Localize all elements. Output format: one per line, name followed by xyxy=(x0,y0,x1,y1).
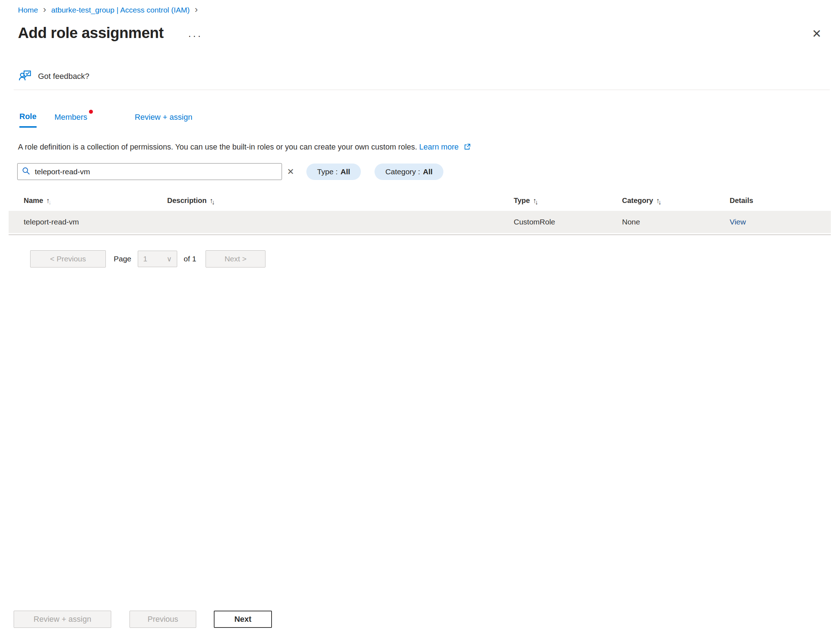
role-description-text: A role definition is a collection of per… xyxy=(18,143,471,152)
view-details-link[interactable]: View xyxy=(730,218,746,226)
chevron-down-icon: ∨ xyxy=(166,255,172,263)
sort-descending-icon: ↓ xyxy=(658,199,662,206)
previous-page-button[interactable]: < Previous xyxy=(30,250,106,268)
role-category-cell: None xyxy=(622,218,730,226)
page-number-value: 1 xyxy=(143,255,147,263)
column-header-type[interactable]: Type ↑↓ xyxy=(514,197,622,205)
page-number-select[interactable]: 1 ∨ xyxy=(138,251,177,267)
search-input[interactable] xyxy=(35,168,277,176)
chevron-right-icon: › xyxy=(195,6,198,13)
table-header-row: Name ↑↓ Description ↑↓ Type ↑↓ Category … xyxy=(8,194,831,207)
filter-category-pill[interactable]: Category :All xyxy=(375,164,443,180)
feedback-person-chat-icon xyxy=(19,69,32,83)
tab-review-assign[interactable]: Review + assign xyxy=(135,112,192,128)
section-divider xyxy=(14,90,830,90)
next-step-button[interactable]: Next xyxy=(214,611,272,628)
chevron-right-icon: › xyxy=(43,6,46,13)
got-feedback-label: Got feedback? xyxy=(38,72,89,81)
column-header-details: Details xyxy=(730,197,831,205)
tab-members[interactable]: Members xyxy=(54,112,87,128)
page-label: Page xyxy=(114,255,131,263)
page-count-label: of 1 xyxy=(184,255,196,263)
breadcrumb-home-link[interactable]: Home xyxy=(18,6,38,14)
previous-step-button[interactable]: Previous xyxy=(130,611,196,628)
more-options-icon[interactable]: ··· xyxy=(188,30,203,42)
roles-table: Name ↑↓ Description ↑↓ Type ↑↓ Category … xyxy=(8,194,831,235)
role-type-cell: CustomRole xyxy=(514,218,622,226)
sort-descending-icon: ↓ xyxy=(48,199,51,206)
role-name-cell: teleport-read-vm xyxy=(24,218,167,226)
tab-role[interactable]: Role xyxy=(20,112,36,128)
external-link-icon xyxy=(464,143,471,153)
review-assign-button[interactable]: Review + assign xyxy=(14,611,111,628)
page-title: Add role assignment xyxy=(18,25,164,42)
got-feedback-button[interactable]: Got feedback? xyxy=(19,69,89,83)
role-search-box[interactable] xyxy=(17,163,282,180)
table-bottom-divider xyxy=(8,234,831,235)
clear-search-icon[interactable]: ✕ xyxy=(287,168,294,176)
close-icon[interactable]: ✕ xyxy=(812,28,822,39)
members-alert-dot-icon xyxy=(89,110,93,114)
search-filter-row: ✕ Type :All Category :All xyxy=(17,163,443,180)
next-page-button[interactable]: Next > xyxy=(206,250,265,268)
breadcrumb-resource-link[interactable]: atburke-test_group | Access control (IAM… xyxy=(51,6,190,14)
breadcrumb: Home › atburke-test_group | Access contr… xyxy=(18,6,203,14)
add-role-assignment-blade: Home › atburke-test_group | Access contr… xyxy=(0,0,838,644)
sort-descending-icon: ↓ xyxy=(212,199,215,206)
column-header-name[interactable]: Name ↑↓ xyxy=(24,197,167,205)
filter-type-pill[interactable]: Type :All xyxy=(306,164,361,180)
column-header-category[interactable]: Category ↑↓ xyxy=(622,197,730,205)
pagination: < Previous Page 1 ∨ of 1 Next > xyxy=(30,250,265,268)
learn-more-link[interactable]: Learn more xyxy=(419,143,459,151)
table-row[interactable]: teleport-read-vm CustomRole None View xyxy=(8,211,831,233)
wizard-tabs: Role Members Review + assign xyxy=(20,112,192,128)
search-icon xyxy=(22,167,31,177)
wizard-footer: Review + assign Previous Next xyxy=(14,611,272,628)
sort-descending-icon: ↓ xyxy=(535,199,538,206)
column-header-description[interactable]: Description ↑↓ xyxy=(167,197,514,205)
